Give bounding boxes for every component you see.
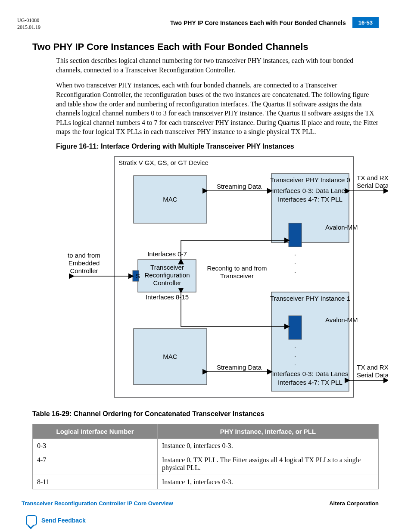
svg-rect-6 xyxy=(289,316,302,339)
svg-rect-4 xyxy=(289,223,302,247)
mac-0-label: MAC xyxy=(163,196,177,203)
doc-date: 2015.01.19 xyxy=(17,24,40,31)
reconfig-l3: Controller xyxy=(153,279,181,286)
feedback-label: Send Feedback xyxy=(41,517,86,524)
footer-corp: Altera Corporation xyxy=(329,500,379,507)
cell: Instance 0, interfaces 0-3. xyxy=(158,439,379,453)
phy1-title: Transceiver PHY Instance 1 xyxy=(270,295,350,302)
cell: 4-7 xyxy=(33,453,158,475)
send-feedback-link[interactable]: Send Feedback xyxy=(0,511,411,526)
streaming-1: Streaming Data xyxy=(217,364,262,371)
figure-caption: Figure 16-11: Interface Ordering with Mu… xyxy=(32,143,379,150)
mac-1-label: MAC xyxy=(163,353,177,360)
cell: Instance 1, interfaces 0-3. xyxy=(158,475,379,489)
footer-chapter-link[interactable]: Transceiver Reconfiguration Controller I… xyxy=(22,500,173,507)
phy0-l1: Interfaces 0-3: Data Lanes xyxy=(272,187,349,194)
table-row: 8-11 Instance 1, interfaces 0-3. xyxy=(33,475,379,489)
figure-diagram: Stratix V GX, GS, or GT Device MAC MAC T… xyxy=(32,156,379,399)
page-footer: Transceiver Reconfiguration Controller I… xyxy=(0,489,411,511)
phy0-l2: Interfaces 4-7: TX PLL xyxy=(278,196,342,203)
table-caption: Table 16-29: Channel Ordering for Concat… xyxy=(32,410,379,418)
phy1-l2: Interfaces 4-7: TX PLL xyxy=(278,379,342,386)
svg-text:.: . xyxy=(294,342,296,349)
embedded-l2: Embedded xyxy=(68,259,100,267)
reconfig-lab-l1: Reconfig to and from xyxy=(207,264,267,272)
content: Two PHY IP Core Instances Each with Four… xyxy=(0,41,411,489)
streaming-0: Streaming Data xyxy=(217,183,262,190)
device-label: Stratix V GX, GS, or GT Device xyxy=(118,159,209,166)
svg-text:.: . xyxy=(294,351,296,358)
feedback-icon xyxy=(26,515,37,526)
reconfig-l2: Reconfiguration xyxy=(144,271,190,279)
phy1-avalon: Avalon-MM xyxy=(325,316,358,324)
table-row: 0-3 Instance 0, interfaces 0-3. xyxy=(33,439,379,453)
reconfig-lab-l2: Transceiver xyxy=(220,272,254,280)
paragraph-2: When two transceiver PHY instances, each… xyxy=(32,81,379,137)
table-row: 4-7 Instance 0, TX PLL. The Fitter assig… xyxy=(33,453,379,475)
svg-text:.: . xyxy=(294,249,296,257)
cell: 0-3 xyxy=(33,439,158,453)
reconfig-l1: Transceiver xyxy=(150,264,184,271)
phy1-l1: Interfaces 0-3: Data Lanes xyxy=(272,370,349,377)
running-title: Two PHY IP Core Instances Each with Four… xyxy=(170,19,346,26)
svg-text:.: . xyxy=(294,258,296,265)
channel-ordering-table: Logical Interface Number PHY Instance, I… xyxy=(32,424,379,489)
svg-rect-3 xyxy=(271,174,349,243)
paragraph-1: This section describes logical channel n… xyxy=(32,56,379,75)
serial0-l2: Serial Data xyxy=(357,182,388,189)
table-header-1: Logical Interface Number xyxy=(33,424,158,439)
svg-text:.: . xyxy=(294,267,296,274)
svg-text:.: . xyxy=(294,359,296,367)
cell: 8-11 xyxy=(33,475,158,489)
doc-id: UG-01080 xyxy=(17,17,40,24)
table-header-2: PHY Instance, Interface, or PLL xyxy=(158,424,379,439)
section-title: Two PHY IP Core Instances Each with Four… xyxy=(32,41,379,53)
cell: Instance 0, TX PLL. The Fitter assigns a… xyxy=(158,453,379,475)
serial1-l1: TX and RX xyxy=(357,364,388,371)
page-header: UG-01080 2015.01.19 Two PHY IP Core Inst… xyxy=(0,17,411,41)
embedded-l3: Controller xyxy=(70,267,98,274)
serial0-l1: TX and RX xyxy=(357,174,388,181)
doc-id-block: UG-01080 2015.01.19 xyxy=(17,17,40,31)
header-right: Two PHY IP Core Instances Each with Four… xyxy=(170,17,379,28)
s-port-label: S xyxy=(136,272,140,280)
page-number-badge: 16-53 xyxy=(352,17,379,28)
serial1-l2: Serial Data xyxy=(357,371,388,379)
block-diagram-svg: Stratix V GX, GS, or GT Device MAC MAC T… xyxy=(56,156,388,398)
phy0-title: Transceiver PHY Instance 0 xyxy=(270,176,350,184)
reconfig-bot: Interfaces 8-15 xyxy=(146,293,189,301)
embedded-l1: to and from xyxy=(68,252,100,259)
phy0-avalon: Avalon-MM xyxy=(325,224,358,231)
